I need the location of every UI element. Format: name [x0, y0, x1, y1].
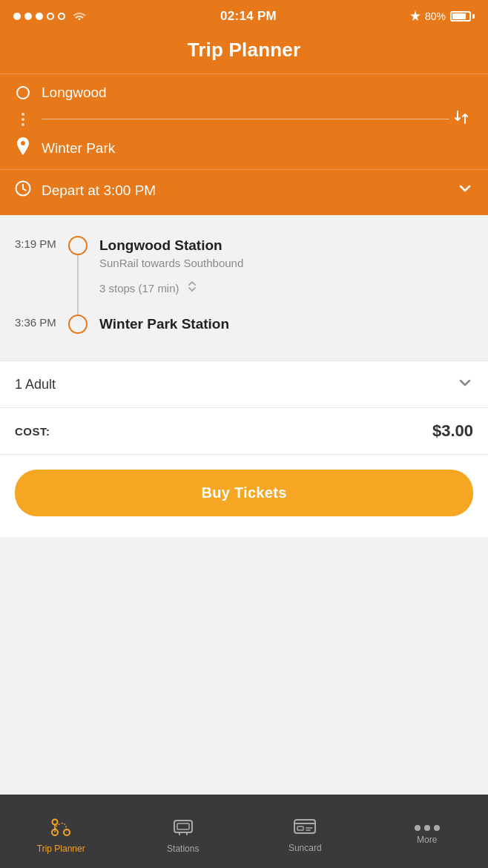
route-line [42, 119, 449, 120]
departure-station-name: Longwood Station [99, 237, 473, 254]
nav-more-label: More [417, 835, 437, 845]
status-time: 02:14 PM [220, 9, 277, 24]
cost-value: $3.00 [432, 421, 473, 441]
depart-left: Depart at 3:00 PM [15, 180, 156, 200]
destination-icon [15, 137, 31, 159]
svg-point-3 [53, 820, 58, 825]
wifi-icon [72, 10, 87, 23]
swap-icon[interactable] [449, 105, 473, 133]
svg-rect-7 [297, 826, 303, 830]
nav-trip-planner[interactable]: Trip Planner [0, 795, 122, 868]
signal-dot-4 [47, 13, 54, 20]
nav-stations[interactable]: Stations [122, 795, 245, 868]
passenger-label: 1 Adult [15, 377, 56, 392]
signal-dot-2 [24, 13, 32, 20]
route-section[interactable]: Longwood Winter Park [0, 73, 488, 169]
departure-subtitle: SunRail towards Southbound [99, 257, 473, 269]
nav-suncard[interactable]: Suncard [244, 795, 366, 868]
nav-more[interactable]: More [366, 795, 489, 868]
depart-label: Depart at 3:00 PM [42, 183, 156, 199]
cost-section: COST: $3.00 [0, 408, 488, 455]
arrival-circle [68, 315, 88, 334]
stations-icon [172, 816, 194, 840]
destination-label: Winter Park [42, 140, 115, 157]
itinerary-section: 3:19 PM Longwood Station SunRail towards… [0, 215, 488, 349]
stops-expand[interactable]: 3 stops (17 min) [99, 280, 473, 296]
signal-dot-1 [13, 13, 21, 20]
battery-percent: 80% [425, 10, 446, 22]
signal-dot-3 [36, 13, 43, 20]
location-icon [410, 10, 421, 23]
passenger-section[interactable]: 1 Adult [0, 361, 488, 408]
depart-row[interactable]: Depart at 3:00 PM [15, 180, 473, 200]
nav-trip-planner-label: Trip Planner [37, 844, 85, 854]
route-divider [15, 105, 473, 133]
origin-circle [16, 86, 30, 99]
departure-info: Longwood Station SunRail towards Southbo… [99, 236, 473, 296]
nav-suncard-label: Suncard [288, 843, 322, 853]
nav-stations-label: Stations [167, 844, 199, 854]
buy-tickets-button[interactable]: Buy Tickets [15, 470, 473, 516]
passenger-chevron-icon[interactable] [457, 375, 473, 394]
departure-stop: 3:19 PM Longwood Station SunRail towards… [15, 236, 473, 315]
arrival-stop: 3:36 PM Winter Park Station [15, 315, 473, 334]
arrival-station-name: Winter Park Station [99, 315, 229, 332]
buy-section: Buy Tickets [0, 455, 488, 537]
departure-time: 3:19 PM [15, 236, 68, 250]
header: Trip Planner [0, 33, 488, 73]
destination-row[interactable]: Winter Park [15, 137, 473, 159]
route-dots [15, 113, 31, 126]
status-bar: 02:14 PM 80% [0, 0, 488, 33]
stop-line [77, 255, 79, 315]
more-dots-icon [415, 825, 440, 831]
departure-circle [68, 236, 88, 255]
suncard-icon [293, 817, 317, 839]
page-title: Trip Planner [0, 39, 488, 62]
origin-row[interactable]: Longwood [15, 85, 473, 101]
depart-chevron-icon[interactable] [457, 180, 473, 200]
expand-arrows-icon[interactable] [185, 280, 199, 296]
cost-label: COST: [15, 425, 50, 438]
pin-icon [16, 137, 30, 159]
origin-icon [15, 86, 31, 99]
trip-planner-icon [48, 816, 73, 840]
battery-icon [450, 11, 475, 22]
depart-section[interactable]: Depart at 3:00 PM [0, 169, 488, 215]
status-right: 80% [410, 10, 475, 23]
departure-icon-col [68, 236, 88, 315]
signal-indicators [13, 10, 87, 23]
arrival-time: 3:36 PM [15, 315, 68, 329]
clock-icon [15, 180, 31, 200]
svg-rect-5 [177, 823, 189, 829]
origin-label: Longwood [42, 85, 107, 101]
bottom-nav: Trip Planner Stations Suncard [0, 795, 488, 868]
stops-expand-text: 3 stops (17 min) [99, 282, 179, 295]
signal-dot-5 [58, 13, 65, 20]
